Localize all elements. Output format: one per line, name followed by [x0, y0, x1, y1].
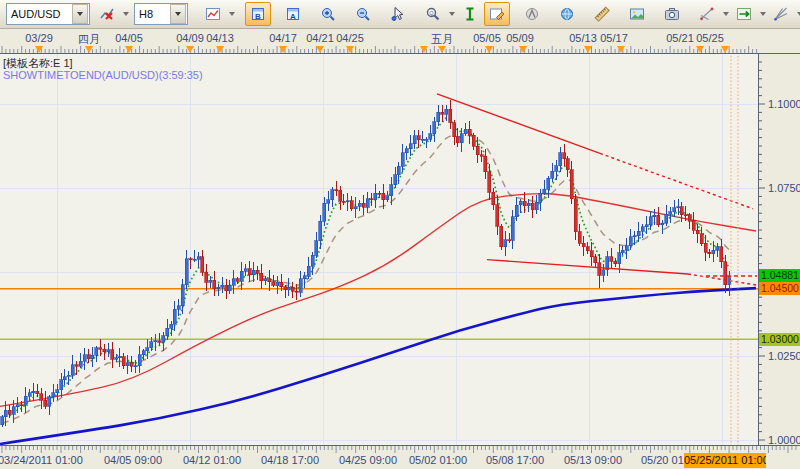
magnifier-button[interactable]: Q [420, 2, 446, 26]
top-axis-label: 04/13 [206, 32, 234, 44]
magnifier-dropdown[interactable] [447, 3, 456, 25]
week-marker-triangle-icon [35, 46, 43, 53]
price-axis-label: 1.0750 [768, 182, 800, 194]
week-marker-triangle-icon [316, 46, 324, 53]
ruler-icon [594, 6, 610, 22]
arrow-tool-dropdown[interactable] [758, 3, 767, 25]
bottom-axis-label: 05/13 09:00 [564, 454, 622, 466]
zoom-out-icon [355, 6, 371, 22]
bottom-axis-label: 04/25 09:00 [339, 454, 397, 466]
fibonacci-icon [699, 6, 715, 22]
top-axis-label: 04/25 [336, 32, 364, 44]
ibeam-icon [462, 6, 478, 22]
top-axis-label: 04/21 [306, 32, 334, 44]
top-axis-label: 05/25 [696, 32, 724, 44]
compass-icon [524, 6, 540, 22]
week-marker-triangle-icon [85, 46, 93, 53]
fibonacci-button[interactable] [694, 2, 720, 26]
remove-symbol-dropdown[interactable] [121, 3, 130, 25]
chart-type-dropdown[interactable] [227, 3, 236, 25]
week-marker-triangle-icon [721, 46, 729, 53]
top-axis-label: 03/29 [25, 32, 53, 44]
toolbar: AUD/USDH8BAQABC [0, 0, 800, 29]
zoom-in-icon [320, 6, 336, 22]
price-chart-canvas[interactable] [0, 54, 758, 449]
timeframe-combo-arrow[interactable] [170, 4, 186, 24]
pointer-button[interactable] [385, 2, 411, 26]
timeframe-combo-value: H8 [135, 8, 169, 20]
week-marker-triangle-icon [186, 46, 194, 53]
week-marker-triangle-icon [617, 46, 625, 53]
chevron-down-icon [760, 12, 766, 16]
data-panel-button[interactable]: A [280, 2, 306, 26]
bottom-axis-label: 05/02 01:00 [409, 454, 467, 466]
week-marker-triangle-icon [125, 46, 133, 53]
top-date-axis[interactable]: 03/29四月04/0504/0904/1304/1704/2104/25五月0… [0, 29, 800, 54]
compass-button[interactable] [519, 2, 545, 26]
globe-button[interactable] [554, 2, 580, 26]
symbol-combo[interactable]: AUD/USD [6, 3, 90, 25]
chart-region[interactable]: [模板名称:E 1] SHOWTIMETOEND(AUD/USD)(3:59:3… [0, 54, 758, 445]
top-axis-label: 05/13 [569, 32, 597, 44]
ruler-button[interactable] [589, 2, 615, 26]
zoom-in-button[interactable] [315, 2, 341, 26]
bottom-axis-ticks [0, 446, 800, 454]
symbol-combo-arrow[interactable] [72, 4, 88, 24]
week-marker-triangle-icon [279, 46, 287, 53]
week-marker-triangle-icon [584, 46, 592, 53]
bottom-axis-label: 05/08 17:00 [486, 454, 544, 466]
last-price-badge: 1.04881 [759, 269, 800, 282]
top-axis-label: 04/09 [176, 32, 204, 44]
green-arrow-icon [736, 6, 752, 22]
week-marker-triangle-icon [216, 46, 224, 53]
remove-symbol-button[interactable] [94, 2, 120, 26]
svg-text:Q: Q [429, 10, 434, 16]
week-marker-triangle-icon [519, 46, 527, 53]
week-marker-triangle-icon [346, 46, 354, 53]
price-axis[interactable]: 1.10001.07501.02501.00001.048811.045001.… [758, 54, 800, 445]
price-axis-ticks [759, 54, 800, 445]
market-panel-button[interactable]: B [245, 2, 271, 26]
image-button[interactable] [624, 2, 650, 26]
magnifier-icon: Q [425, 6, 441, 22]
zoom-out-button[interactable] [350, 2, 376, 26]
note-pencil-icon [489, 6, 505, 22]
timeframe-combo[interactable]: H8 [134, 3, 188, 25]
price-axis-label: 1.0250 [768, 350, 800, 362]
symbol-combo-value: AUD/USD [7, 8, 71, 20]
snapshot-button[interactable] [659, 2, 685, 26]
pointer-icon [390, 6, 406, 22]
svg-text:A: A [290, 12, 296, 21]
top-axis-label: 04/17 [269, 32, 297, 44]
bottom-time-axis[interactable]: 03/24/2011 01:0004/05 09:0004/12 01:0004… [0, 445, 800, 469]
bottom-axis-label: 03/24/2011 01:00 [0, 454, 83, 466]
price-axis-label: 1.1000 [768, 98, 800, 110]
top-axis-label: 05/17 [600, 32, 628, 44]
arrow-tool-button[interactable] [731, 2, 757, 26]
chart-line-icon [205, 6, 221, 22]
trendline-tool-button[interactable] [768, 2, 794, 26]
window-b-icon: B [250, 6, 266, 22]
top-axis-ticks [0, 45, 758, 53]
camera-icon [664, 6, 680, 22]
orange-level-badge: 1.04500 [759, 282, 800, 295]
candle [1, 415, 4, 427]
top-axis-label: 四月 [78, 32, 100, 47]
week-marker-triangle-icon [485, 46, 493, 53]
indicator-name-label: SHOWTIMETOEND(AUD/USD)(3:59:35) [3, 69, 203, 81]
chevron-down-icon [449, 12, 455, 16]
top-axis-label: 五月 [431, 32, 453, 47]
fibonacci-dropdown[interactable] [721, 3, 730, 25]
chart-type-button[interactable] [200, 2, 226, 26]
bottom-axis-label: 04/18 17:00 [261, 454, 319, 466]
bottom-axis-label: 04/12 01:00 [183, 454, 241, 466]
annotation-button[interactable] [484, 2, 510, 26]
candle [500, 224, 503, 251]
week-marker-triangle-icon [420, 46, 428, 53]
trendline-tool-dropdown[interactable] [795, 3, 800, 25]
globe-icon [559, 6, 575, 22]
chevron-down-icon [723, 12, 729, 16]
cursor-ibeam-button[interactable] [457, 2, 483, 26]
top-axis-label: 05/09 [506, 32, 534, 44]
chevron-down-icon [229, 12, 235, 16]
